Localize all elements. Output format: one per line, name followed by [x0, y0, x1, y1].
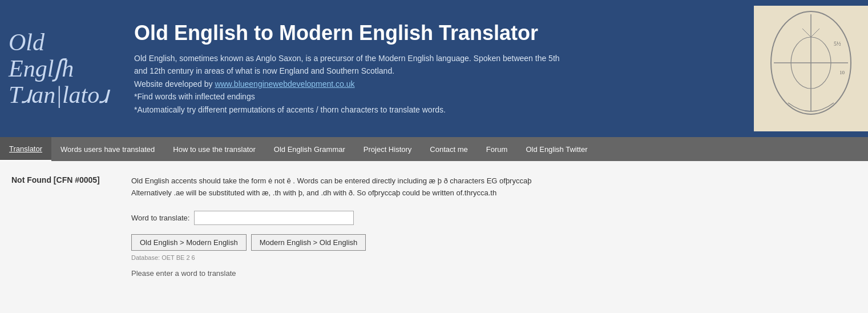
nav-item-grammar[interactable]: Old English Grammar — [265, 137, 354, 161]
header-content: Old English to Modern English Translator… — [123, 15, 754, 122]
not-found-label: Not Found [CFN #0005] — [11, 175, 114, 184]
nav-item-translator[interactable]: Translator — [0, 137, 51, 161]
me-to-oe-button[interactable]: Modern English > Old English — [251, 234, 366, 251]
nav-item-forum[interactable]: Forum — [477, 137, 517, 161]
nav-item-twitter[interactable]: Old English Twitter — [516, 137, 596, 161]
svg-text:5½: 5½ — [834, 41, 841, 47]
main-content: Not Found [CFN #0005] Old English accent… — [0, 161, 868, 313]
nav-bar: Translator Words users have translated H… — [0, 137, 868, 161]
db-info: Database: OET BE 2 6 — [131, 254, 851, 261]
info-text: Old English accents should take the form… — [131, 175, 851, 199]
header-description: Old English, sometimes known as Anglo Sa… — [134, 52, 742, 116]
left-panel: Not Found [CFN #0005] — [6, 172, 120, 310]
nav-item-contact[interactable]: Contact me — [421, 137, 477, 161]
page-wrapper: Old EnglʃhTɹan|latoɹ Old English to Mode… — [0, 0, 868, 313]
word-label: Word to translate: — [131, 214, 189, 222]
oe-to-me-button[interactable]: Old English > Modern English — [131, 234, 247, 251]
right-panel: Old English accents should take the form… — [120, 172, 862, 310]
nav-item-words[interactable]: Words users have translated — [51, 137, 164, 161]
logo-text: Old EnglʃhTɹan|latoɹ — [9, 29, 114, 109]
word-form-row: Word to translate: — [131, 211, 851, 225]
logo-area: Old EnglʃhTɹan|latoɹ — [0, 23, 123, 114]
info-line1: Old English accents should take the form… — [131, 176, 531, 185]
result-text: Please enter a word to translate — [131, 269, 851, 278]
header: Old EnglʃhTɹan|latoɹ Old English to Mode… — [0, 0, 868, 137]
desc-line5: *Automatically try different permutation… — [134, 105, 446, 114]
nav-item-history[interactable]: Project History — [354, 137, 421, 161]
site-title: Old English to Modern English Translator — [134, 21, 742, 45]
nav-item-how-to[interactable]: How to use the translator — [164, 137, 265, 161]
desc-line2: and 12th century in areas of what is now… — [134, 66, 394, 75]
svg-text:10: 10 — [839, 70, 845, 75]
word-input[interactable] — [194, 211, 354, 225]
desc-line1: Old English, sometimes known as Anglo Sa… — [134, 54, 560, 63]
info-line2: Alternatively .ae will be substituted wi… — [131, 188, 496, 197]
desc-line4: *Find words with inflected endings — [134, 92, 255, 101]
header-image: 5½ 10 — [754, 6, 868, 131]
button-row: Old English > Modern English Modern Engl… — [131, 234, 851, 251]
website-link[interactable]: www.blueenginewebdevelopment.co.uk — [215, 79, 354, 89]
desc-line3: Website developed by — [134, 79, 215, 89]
